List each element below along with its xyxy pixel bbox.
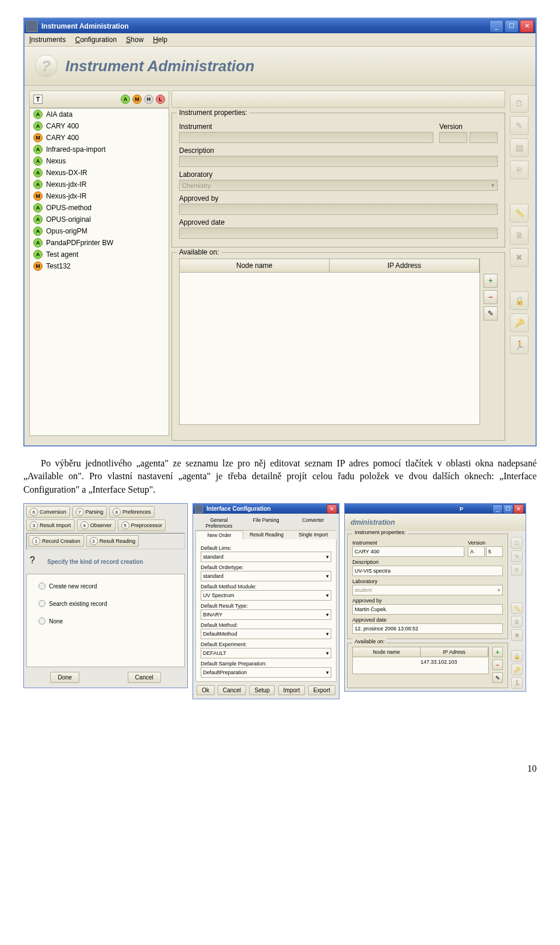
menu-instruments[interactable]: Instruments <box>29 36 66 44</box>
list-item[interactable]: MTest132 <box>30 260 169 272</box>
version-field-2[interactable] <box>470 132 498 143</box>
tab-result-reading[interactable]: 2Result Reading <box>86 535 139 547</box>
copy-icon[interactable]: ⎘ <box>510 161 528 179</box>
list-item[interactable]: AOPUS-original <box>30 214 169 225</box>
instrument-field[interactable] <box>179 132 433 143</box>
list-item[interactable]: ANexus <box>30 155 169 167</box>
key-icon[interactable]: 🔑 <box>510 313 528 332</box>
ruler-icon[interactable]: 📏 <box>511 602 523 614</box>
laboratory-select[interactable]: Chemistry▾ <box>179 180 498 191</box>
close-button[interactable]: ✕ <box>513 504 524 514</box>
list-item[interactable]: ANexus-DX-IR <box>30 167 169 179</box>
new-icon[interactable]: 🗋 <box>511 537 523 549</box>
maximize-button[interactable]: ☐ <box>505 20 519 33</box>
ok-button[interactable]: Ok <box>197 685 215 695</box>
import-button[interactable]: Import <box>278 685 305 695</box>
instrument-list[interactable]: AAIA dataACARY 400MCARY 400AInfrared-spa… <box>29 108 169 436</box>
key-icon[interactable]: 🔑 <box>511 664 523 675</box>
fld-description[interactable]: UV-VIS spectra <box>352 566 503 576</box>
fld-exp[interactable]: DEFAULT▾ <box>201 648 331 658</box>
add-node-button[interactable]: + <box>492 647 503 657</box>
fld-rt[interactable]: BINARY▾ <box>201 609 331 620</box>
tab-general[interactable]: General Preferences <box>195 516 243 530</box>
menu-configuration[interactable]: Configuration <box>75 36 117 44</box>
setup-button[interactable]: Setup <box>249 685 275 695</box>
menu-help[interactable]: Help <box>153 36 167 44</box>
col-nodename[interactable]: Node name <box>353 647 421 657</box>
properties-icon[interactable]: ▤ <box>510 138 528 157</box>
edit-icon[interactable]: ✎ <box>510 116 528 135</box>
tab-result-reading[interactable]: Result Reading <box>243 531 290 539</box>
tab-preprocessor[interactable]: 5Preprocessor <box>118 519 166 531</box>
description-field[interactable] <box>179 156 498 167</box>
done-button[interactable]: Done <box>50 672 79 683</box>
approvedby-field[interactable] <box>179 204 498 215</box>
lock-icon[interactable]: 🔒 <box>511 650 523 662</box>
new-icon[interactable]: 🗋 <box>510 94 528 113</box>
edit-node-button[interactable]: ✎ <box>484 306 498 320</box>
fld-instrument[interactable]: CARY 400 <box>352 546 464 557</box>
edit-node-button[interactable]: ✎ <box>492 672 503 683</box>
window-titlebar[interactable]: Instrument Administration _ ☐ ✕ <box>24 19 536 33</box>
version-field-1[interactable] <box>439 132 467 143</box>
minimize-button[interactable]: _ <box>489 20 503 33</box>
sheet-icon[interactable]: 🗎 <box>511 616 523 627</box>
cancel-button[interactable]: Cancel <box>128 672 161 683</box>
export-button[interactable]: Export <box>308 685 335 695</box>
opt-none[interactable]: None <box>38 618 173 625</box>
tab-result-import[interactable]: 3Result Import <box>26 519 75 531</box>
tab-record-creation[interactable]: 1Record Creation <box>29 535 84 547</box>
filter-h-icon[interactable]: H <box>144 95 153 104</box>
opt-create[interactable]: Create new record <box>38 583 173 590</box>
col-ipaddress[interactable]: IP Adress <box>421 647 488 657</box>
fld-sp[interactable]: DefaultPreparation▾ <box>201 667 331 678</box>
list-item[interactable]: APandaPDFprinter BW <box>30 237 169 249</box>
tab-new-order[interactable]: New Order <box>195 531 243 539</box>
ruler-icon[interactable]: 📏 <box>510 204 528 222</box>
col-ipaddress[interactable]: IP Address <box>330 259 480 272</box>
tab-converter[interactable]: Converter <box>289 516 337 530</box>
remove-node-button[interactable]: − <box>484 290 498 304</box>
filter-l-icon[interactable]: L <box>156 95 165 104</box>
delete-icon[interactable]: ✖ <box>511 629 523 641</box>
list-item[interactable]: MNexus-jdx-IR <box>30 190 169 202</box>
lock-icon[interactable]: 🔒 <box>510 291 528 310</box>
list-item[interactable]: MCARY 400 <box>30 132 169 144</box>
help-icon[interactable]: ? <box>35 55 57 77</box>
tab-parsing[interactable]: 7Parsing <box>72 506 107 518</box>
maximize-button[interactable]: ☐ <box>503 504 513 514</box>
nodes-table[interactable]: 147.33.102.103 <box>352 657 489 674</box>
tab-preferences[interactable]: 8Preferences <box>109 506 155 518</box>
list-item[interactable]: AInfrared-spa-import <box>30 144 169 155</box>
fld-ver1[interactable]: A <box>468 546 485 557</box>
help-icon[interactable]: ? <box>30 555 43 568</box>
menu-show[interactable]: Show <box>126 36 144 44</box>
fld-approveddate[interactable]: 12. prosince 2006 13:08:52 <box>352 623 503 634</box>
opt-search[interactable]: Search existing record <box>38 600 173 607</box>
filter-m-icon[interactable]: M <box>132 95 142 104</box>
approveddate-field[interactable] <box>179 228 498 239</box>
fld-m[interactable]: DefaultMethod▾ <box>201 629 331 639</box>
list-item[interactable]: ATest agent <box>30 249 169 260</box>
copy-icon[interactable]: ⎘ <box>511 564 523 576</box>
edit-icon[interactable]: ✎ <box>511 550 523 562</box>
run-icon[interactable]: 🏃 <box>511 677 523 689</box>
cancel-button[interactable]: Cancel <box>218 685 246 695</box>
fld-laboratory[interactable]: student▾ <box>352 585 503 595</box>
fld-lims[interactable]: standard▾ <box>201 552 331 562</box>
run-icon[interactable]: 🏃 <box>510 336 528 354</box>
tab-single-import[interactable]: Single Import <box>290 531 337 539</box>
text-tool-icon[interactable]: T <box>33 95 43 104</box>
nodes-table[interactable] <box>179 273 480 425</box>
minimize-button[interactable]: _ <box>492 504 503 514</box>
fld-mm[interactable]: UV Spectrum▾ <box>201 590 331 601</box>
tab-observer[interactable]: 4Observer <box>77 519 116 531</box>
list-item[interactable]: AOPUS-method <box>30 202 169 214</box>
col-nodename[interactable]: Node name <box>180 259 330 272</box>
fld-ver2[interactable]: 5 <box>486 546 503 557</box>
close-button[interactable]: ✕ <box>327 504 337 514</box>
delete-icon[interactable]: ✖ <box>510 248 528 267</box>
remove-node-button[interactable]: − <box>492 660 503 670</box>
list-item[interactable]: ANexus-jdx-IR <box>30 179 169 190</box>
fld-ordertype[interactable]: standard▾ <box>201 571 331 581</box>
